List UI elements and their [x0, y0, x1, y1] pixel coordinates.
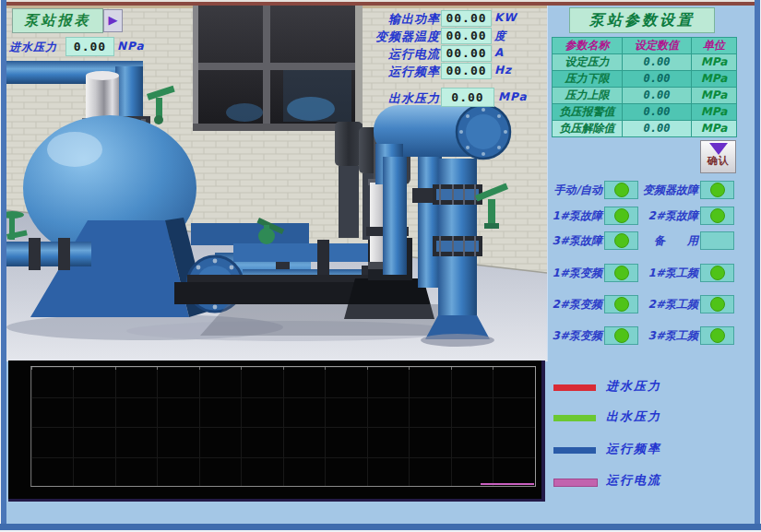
legend-swatch-run-current — [553, 479, 598, 487]
lamp-circle — [710, 266, 725, 280]
col-header-value: 设定数值 — [623, 38, 691, 53]
report-play-button[interactable]: ▶ — [103, 9, 123, 32]
confirm-button-label: 确认 — [701, 155, 735, 167]
param-name: 负压解除值 — [553, 121, 622, 136]
lamp-circle — [710, 183, 725, 197]
param-value-input[interactable]: 0.00 — [623, 104, 691, 120]
run-current-trace — [481, 483, 534, 485]
lamp-circle — [614, 183, 629, 197]
col-header-unit: 单位 — [692, 38, 736, 53]
legend-label-inlet-pressure: 进水压力 — [606, 378, 661, 395]
lamp-pump2-vfd — [604, 295, 638, 313]
status-label-pump2-vfd: 2#泵变频 — [547, 297, 602, 313]
status-label-pump3-vfd: 3#泵变频 — [547, 328, 602, 344]
param-value-input[interactable]: 0.00 — [623, 88, 691, 103]
param-unit: MPa — [692, 104, 736, 120]
lamp-spare — [700, 231, 734, 250]
legend-swatch-inlet-pressure — [553, 384, 596, 391]
trend-chart — [8, 361, 545, 502]
legend-label-outlet-pressure: 出水压力 — [606, 408, 661, 425]
outlet-pressure-value: 0.00 — [441, 88, 494, 107]
confirm-arrow-icon — [709, 143, 728, 155]
legend-swatch-run-frequency — [553, 447, 596, 454]
param-value-input[interactable]: 0.00 — [623, 71, 691, 87]
output-power-label: 输出功率 — [303, 11, 440, 28]
confirm-button[interactable]: 确认 — [700, 140, 736, 173]
report-button[interactable]: 泵站报表 — [12, 8, 103, 33]
status-label-pump1-vfd: 1#泵变频 — [547, 266, 602, 281]
status-label-vfd-fault: 变频器故障 — [636, 183, 698, 198]
wall-top-beam — [6, 2, 755, 6]
lamp-circle — [710, 328, 725, 343]
frame-right — [755, 0, 761, 532]
frame-left — [0, 0, 6, 532]
status-label-pump1-mains: 1#泵工频 — [636, 266, 698, 281]
param-name: 负压报警值 — [553, 104, 622, 120]
lamp-pump1-vfd — [604, 264, 638, 282]
run-freq-unit: Hz — [494, 64, 512, 77]
lamp-circle — [614, 233, 629, 248]
lamp-auto-manual — [604, 181, 638, 199]
lamp-circle — [614, 328, 629, 343]
status-label-auto-manual: 手动/自动 — [547, 183, 602, 198]
lamp-pump1-fault — [604, 207, 638, 225]
status-label-pump3-mains: 3#泵工频 — [636, 328, 698, 344]
status-label-pump2-mains: 2#泵工频 — [636, 297, 698, 313]
status-label-pump1-fault: 1#泵故障 — [547, 208, 602, 224]
param-unit: MPa — [692, 121, 736, 136]
lamp-circle — [614, 266, 629, 280]
pump-station-hmi: 泵站报表 ▶ 进水压力 0.00 NPa 输出功率 00.00 KW 变频器温度… — [0, 0, 761, 532]
trend-chart-plot-area — [30, 366, 536, 487]
param-name: 压力上限 — [553, 88, 622, 103]
legend-swatch-outlet-pressure — [553, 415, 596, 421]
status-label-pump3-fault: 3#泵故障 — [547, 233, 602, 249]
lamp-vfd-fault — [700, 181, 734, 199]
legend-label-run-current: 运行电流 — [606, 472, 661, 489]
vfd-temp-label: 变频器温度 — [303, 29, 440, 45]
lamp-pump3-fault — [604, 231, 638, 250]
run-freq-label: 运行频率 — [303, 64, 440, 80]
lamp-circle — [710, 297, 725, 312]
output-power-unit: KW — [494, 11, 517, 24]
param-unit: MPa — [692, 88, 736, 103]
settings-table: 参数名称 设定数值 单位 设定压力 0.00 MPa 压力下限 0.00 MPa… — [552, 37, 737, 137]
outlet-pressure-label: 出水压力 — [303, 90, 440, 107]
param-value-input[interactable]: 0.00 — [623, 121, 691, 136]
col-header-name: 参数名称 — [553, 38, 622, 53]
run-current-label: 运行电流 — [303, 46, 440, 63]
frame-bottom — [0, 524, 761, 532]
inlet-pressure-label: 进水压力 — [9, 40, 57, 55]
param-name: 设定压力 — [553, 54, 622, 70]
lamp-pump3-vfd — [604, 326, 638, 345]
param-unit: MPa — [692, 54, 736, 70]
run-freq-value: 00.00 — [441, 63, 492, 79]
lamp-pump2-fault — [700, 207, 734, 225]
param-unit: MPa — [692, 71, 736, 87]
run-current-value: 00.00 — [441, 45, 492, 62]
lamp-pump3-mains — [700, 326, 734, 345]
lamp-circle — [614, 297, 629, 312]
lamp-circle — [614, 208, 629, 223]
outlet-pressure-unit: MPa — [498, 90, 528, 103]
lamp-pump2-mains — [700, 295, 734, 313]
status-label-pump2-fault: 2#泵故障 — [636, 208, 698, 224]
lamp-circle — [710, 208, 725, 223]
param-name: 压力下限 — [553, 71, 622, 87]
frame-top — [0, 0, 761, 2]
inlet-pressure-unit: NPa — [117, 40, 145, 53]
output-power-value: 00.00 — [441, 10, 492, 27]
settings-panel-title: 泵站参数设置 — [569, 7, 715, 33]
play-icon: ▶ — [109, 13, 118, 27]
inlet-pressure-value: 0.00 — [65, 37, 114, 56]
legend-label-run-frequency: 运行频率 — [606, 441, 661, 457]
param-value-input[interactable]: 0.00 — [623, 54, 691, 70]
lamp-pump1-mains — [700, 264, 734, 282]
vfd-temp-value: 00.00 — [441, 28, 492, 44]
vfd-temp-unit: 度 — [494, 29, 506, 44]
status-label-spare: 备 用 — [636, 233, 698, 249]
run-current-unit: A — [494, 46, 504, 59]
